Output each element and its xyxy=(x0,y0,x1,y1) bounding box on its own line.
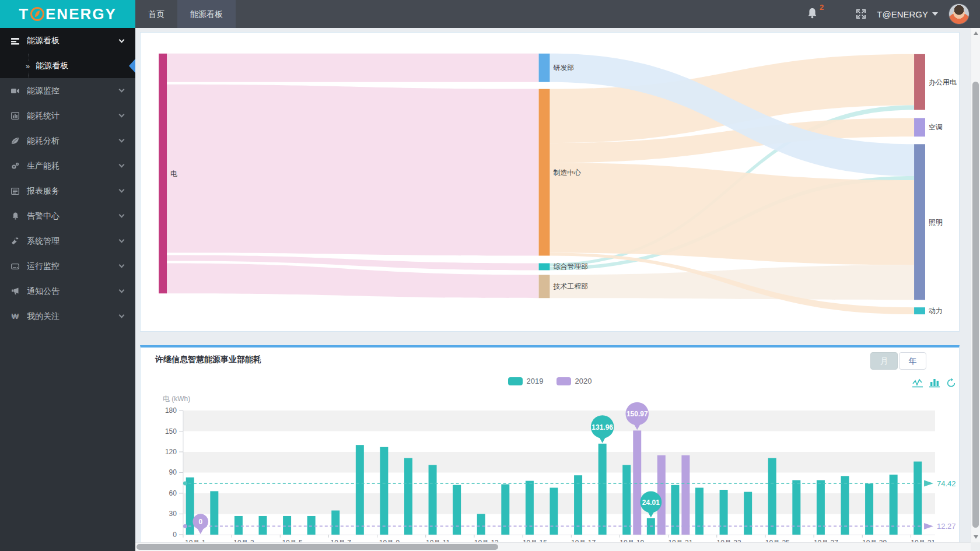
bar-2019-10月 25[interactable] xyxy=(768,458,776,535)
main-content: 电研发部制造中心综合管理部技术工程部办公用电空调照明动力 许继信息智慧能源事业部… xyxy=(135,28,980,551)
sankey-node-制造中心[interactable] xyxy=(539,89,550,256)
won-icon: ₩ xyxy=(10,312,20,321)
sidebar-item-wrench[interactable]: 系统管理 xyxy=(0,229,135,254)
sidebar: 能源看板»能源看板能源监控能耗统计能耗分析生产能耗报表服务告警中心系统管理运行监… xyxy=(0,28,135,551)
bar-2019-10月 11[interactable] xyxy=(429,465,437,534)
y-axis-label: 60 xyxy=(169,489,177,497)
sankey-link-制造中心-照明 xyxy=(550,163,915,265)
mark-point-value: 0 xyxy=(198,518,202,526)
sidebar-item-bell[interactable]: 告警中心 xyxy=(0,203,135,229)
sidebar-item-report[interactable]: 报表服务 xyxy=(0,178,135,203)
y-axis-label: 180 xyxy=(165,406,177,415)
markline-arrow-icon xyxy=(924,523,933,529)
bar-2019-10月 14[interactable] xyxy=(501,485,509,535)
logo-leaf-icon xyxy=(30,6,45,22)
bar-2020-10月 19[interactable] xyxy=(633,430,641,535)
avatar[interactable] xyxy=(949,3,970,24)
bar-2019-10月 10[interactable] xyxy=(404,458,412,535)
sidebar-subitem-energy-dashboard[interactable]: »能源看板 xyxy=(0,54,135,78)
y-axis-unit-label: 电 (kWh) xyxy=(163,395,190,403)
sankey-node-电[interactable] xyxy=(159,54,167,293)
user-name: T@ENERGY xyxy=(877,9,928,19)
sidebar-item-disk[interactable]: 运行监控 xyxy=(0,254,135,279)
bar-2019-10月 23[interactable] xyxy=(720,490,728,535)
horizontal-scrollbar-thumb[interactable] xyxy=(136,544,498,550)
chevron-down-icon xyxy=(119,137,125,143)
sankey-node-label: 研发部 xyxy=(553,64,574,72)
megaphone-icon xyxy=(10,287,20,296)
sankey-node-办公用电[interactable] xyxy=(914,54,925,110)
sidebar-item-label: 生产能耗 xyxy=(27,161,60,171)
sankey-node-动力[interactable] xyxy=(914,307,925,314)
bar-2020-10月 21[interactable] xyxy=(681,455,690,535)
sankey-node-照明[interactable] xyxy=(914,144,925,300)
grid-band xyxy=(183,410,935,431)
top-header: T ENERGY 首页能源看板 2 T@ENERGY xyxy=(0,0,980,28)
bar-2019-10月 7[interactable] xyxy=(331,511,340,535)
sankey-node-label: 制造中心 xyxy=(553,169,581,177)
dashboard-icon xyxy=(10,36,20,45)
sidebar-item-gears[interactable]: 生产能耗 xyxy=(0,153,135,178)
sankey-link-电-制造中心 xyxy=(167,85,539,256)
bar-2019-10月 18[interactable] xyxy=(598,444,607,535)
chevron-down-icon xyxy=(119,313,125,318)
sankey-node-label: 动力 xyxy=(928,307,943,315)
markline-value-label: 74.42 xyxy=(937,479,956,488)
sidebar-item-label: 通知公告 xyxy=(27,286,60,297)
bar-2019-10月 8[interactable] xyxy=(356,445,364,535)
notification-bell-icon[interactable]: 2 xyxy=(807,8,817,21)
bar-2019-10月 3[interactable] xyxy=(235,516,243,535)
sidebar-item-won[interactable]: ₩我的关注 xyxy=(0,304,135,329)
bar-2019-10月 24[interactable] xyxy=(744,492,752,535)
bar-2019-10月 4[interactable] xyxy=(259,516,267,535)
bar-2019-10月 16[interactable] xyxy=(550,487,558,534)
scroll-down-arrow-icon[interactable] xyxy=(974,535,978,539)
sankey-chart: 电研发部制造中心综合管理部技术工程部办公用电空调照明动力 xyxy=(141,33,959,331)
bar-2019-10月 22[interactable] xyxy=(695,487,704,534)
sidebar-item-camera[interactable]: 能源监控 xyxy=(0,78,135,103)
bar-2019-10月 6[interactable] xyxy=(307,516,316,535)
sankey-node-综合管理部[interactable] xyxy=(539,263,550,270)
disk-icon xyxy=(10,262,20,271)
sidebar-item-label: 能源看板 xyxy=(27,36,60,46)
user-caret-icon xyxy=(932,12,938,16)
horizontal-scrollbar[interactable] xyxy=(135,542,971,551)
camera-icon xyxy=(10,86,20,96)
y-axis-label: 150 xyxy=(165,427,177,436)
chevron-down-icon xyxy=(119,87,125,93)
bar-2019-10月 9[interactable] xyxy=(380,447,388,535)
sidebar-item-megaphone[interactable]: 通知公告 xyxy=(0,279,135,304)
sidebar-item-dashboard[interactable]: 能源看板 xyxy=(0,28,135,54)
tab-energy-dashboard[interactable]: 能源看板 xyxy=(177,0,236,28)
sidebar-item-leaf[interactable]: 能耗分析 xyxy=(0,128,135,153)
chevron-down-icon xyxy=(119,112,125,118)
bar-2019-10月 5[interactable] xyxy=(283,516,291,535)
bar-2019-10月 19[interactable] xyxy=(622,465,631,534)
user-menu[interactable]: T@ENERGY xyxy=(877,9,938,19)
bar-2019-10月 2[interactable] xyxy=(210,491,218,534)
tab-home[interactable]: 首页 xyxy=(135,0,177,28)
bar-chart: 0306090120150180电 (kWh)10月 110月 310月 510… xyxy=(141,348,959,547)
logo-text-prefix: T xyxy=(19,5,29,23)
bar-2019-10月 12[interactable] xyxy=(453,485,461,535)
bar-2019-10月 21[interactable] xyxy=(671,485,679,535)
scroll-up-arrow-icon[interactable] xyxy=(974,31,978,35)
sankey-node-label: 综合管理部 xyxy=(553,262,588,271)
sankey-node-技术工程部[interactable] xyxy=(539,275,550,298)
chevron-down-icon xyxy=(119,187,125,193)
bar-2019-10月 29[interactable] xyxy=(865,483,873,535)
sidebar-item-bar-chart[interactable]: 能耗统计 xyxy=(0,103,135,128)
fullscreen-icon[interactable] xyxy=(856,9,866,19)
sankey-node-空调[interactable] xyxy=(914,118,925,136)
sidebar-item-label: 能耗分析 xyxy=(27,136,60,146)
bar-2019-10月 31[interactable] xyxy=(914,462,922,535)
chevron-down-icon xyxy=(119,237,125,243)
mark-point-value: 150.97 xyxy=(626,410,648,418)
bar-2019-10月 13[interactable] xyxy=(477,514,485,534)
app-logo[interactable]: T ENERGY xyxy=(0,0,135,28)
vertical-scrollbar-thumb[interactable] xyxy=(972,82,979,528)
y-axis-label: 30 xyxy=(169,510,177,518)
vertical-scrollbar[interactable] xyxy=(971,28,980,542)
report-icon xyxy=(10,187,20,196)
sankey-node-研发部[interactable] xyxy=(539,54,550,82)
